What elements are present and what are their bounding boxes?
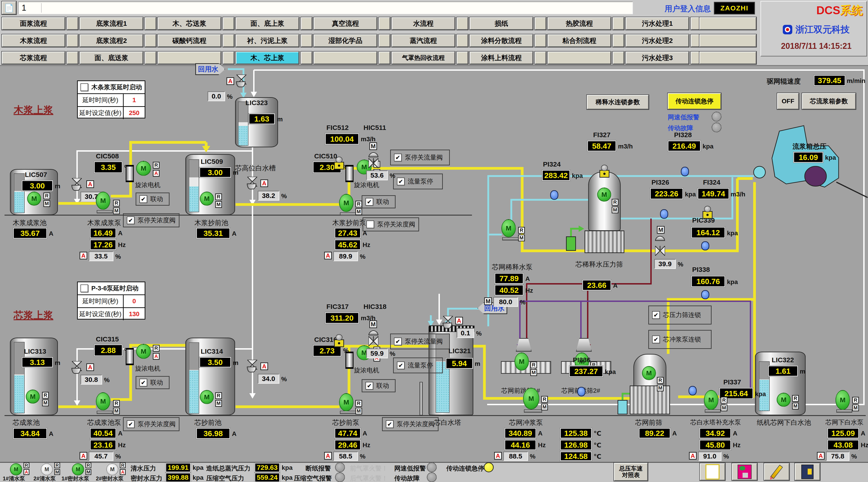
fresh-water-pump-2[interactable]: M (41, 463, 53, 476)
checkbox[interactable]: ✔ (140, 195, 147, 203)
core-flowvalve-checkbox[interactable]: ✔泵停关流量阀 (390, 333, 450, 349)
cic315-output[interactable]: 30.8 (81, 375, 102, 385)
lic313-agitator-motor[interactable]: M (26, 390, 40, 404)
wood-linkage-checkbox-1[interactable]: ✔联动 (135, 193, 169, 206)
checkbox[interactable]: ✔ (366, 198, 373, 206)
delay1-row2-value[interactable]: 250 (124, 107, 145, 119)
pump3-stop-valve-checkbox[interactable]: ✔泵停关浓度阀 (123, 417, 180, 431)
lic322-agitator-motor[interactable]: M (777, 393, 791, 407)
wood-dilution-valve-2[interactable] (247, 177, 257, 187)
drive-interlock-estop-button[interactable]: 传动连锁急停 (668, 93, 721, 109)
delay2-row2-value[interactable]: 130 (124, 308, 145, 320)
headbox-params-button[interactable]: 芯流浆箱参数 (802, 93, 856, 109)
core-flowstop-checkbox[interactable]: ✔流量泵停 (393, 357, 443, 373)
cic510-output[interactable]: 38.2 (258, 191, 279, 201)
dilution-params-button[interactable]: 稀释水连锁参数 (587, 95, 649, 109)
jump1-motor[interactable]: M (515, 353, 529, 371)
unit: A (613, 282, 618, 289)
unit: A (118, 430, 123, 437)
hic318-valve[interactable] (368, 336, 378, 346)
graphics-button[interactable] (732, 463, 757, 480)
wood-pool-pump[interactable]: M (96, 192, 110, 210)
fore-screen-motor[interactable]: M (642, 366, 656, 380)
zaozhi-user-button[interactable]: ZAOZHI (714, 2, 755, 14)
wood-linkage-checkbox-2[interactable]: ✔联动 (362, 195, 396, 208)
lic323-inlet-valve[interactable] (237, 74, 246, 85)
pic339-valve[interactable] (655, 246, 665, 256)
checkbox[interactable]: ✔ (652, 335, 660, 343)
system-menu-button[interactable]: 📄 (2, 1, 16, 14)
off-button[interactable]: OFF (777, 93, 799, 109)
checkbox[interactable]: ✔ (140, 379, 147, 386)
fan-pump[interactable]: M (523, 388, 539, 410)
pic339-output[interactable]: 39.9 (654, 259, 676, 269)
fresh-water-pump-1[interactable]: M (10, 463, 22, 476)
lic314-agitator-motor[interactable]: M (200, 390, 214, 404)
delay1-row1-value[interactable]: 1 (124, 94, 145, 106)
lic322-value: 1.61 (768, 365, 798, 377)
checkbox[interactable]: ✔ (127, 217, 134, 224)
lic507-agitator-motor[interactable]: M (27, 192, 41, 206)
checkbox[interactable]: ✔ (394, 338, 402, 345)
tower-makeup-pump[interactable]: M (704, 390, 718, 410)
checkbox[interactable]: ✔ (397, 178, 405, 185)
pump3-speed-pct[interactable]: 45.7 (89, 451, 114, 461)
hic511-valve[interactable] (368, 158, 378, 168)
lic509-agitator-motor[interactable]: M (200, 192, 214, 206)
screen-interlock-checkbox[interactable]: ✔芯压力筛连锁 (648, 306, 712, 324)
checkbox[interactable]: ✔ (366, 382, 373, 390)
core-linkage-checkbox-2[interactable]: ✔联动 (362, 379, 396, 392)
pct-unit: % (281, 193, 287, 200)
core-spinner-motor-1[interactable]: M (136, 344, 151, 359)
hic511-output[interactable]: 53.6 (366, 170, 388, 180)
core-dilution-valve-2[interactable] (247, 360, 257, 370)
checkbox[interactable]: ✔ (127, 420, 134, 428)
pump7-pct[interactable]: 91.0 (698, 451, 721, 461)
checkbox-unchecked[interactable] (366, 221, 374, 228)
pump2-stop-valve-checkbox[interactable]: 泵停关浓度阀 (363, 217, 419, 231)
hic318-output[interactable]: 59.9 (366, 349, 388, 358)
core-dilution-valve[interactable] (72, 361, 82, 371)
tower-inlet-valve[interactable] (443, 316, 453, 326)
core-fore-pump[interactable]: M (339, 393, 353, 411)
dilution-pump-pct[interactable]: 80.0 (493, 297, 518, 307)
checkbox[interactable]: ✔ (652, 311, 660, 319)
wood-flowstop-checkbox[interactable]: ✔流量泵停 (393, 173, 443, 189)
pump4-stop-valve-checkbox[interactable]: ✔泵停关浓度阀 (382, 417, 438, 431)
pump4-speed-pct[interactable]: 58.5 (333, 451, 358, 461)
checkbox[interactable]: ✔ (394, 154, 402, 161)
pump-interlock-checkbox[interactable]: ✔芯冲浆泵连锁 (648, 330, 712, 349)
checkbox[interactable]: ✔ (397, 361, 405, 369)
fan-pump-pct[interactable]: 88.5 (503, 451, 528, 461)
wood-fore-pump[interactable]: M (339, 194, 353, 212)
pump2-speed-pct[interactable]: 89.9 (333, 251, 358, 261)
headbox-pressure-label: 流浆箱总压 (793, 142, 827, 151)
tower-valve-output[interactable]: 0.1 (457, 328, 474, 338)
wood-spinner-spool-2 (345, 165, 353, 182)
checkbox[interactable]: ✔ (386, 420, 394, 428)
core-pool-pump[interactable]: M (96, 392, 110, 410)
pump1-stop-valve-checkbox[interactable]: ✔泵停关浓度阀 (123, 213, 180, 227)
speed-table-button[interactable]: 总压车速 对照表 (614, 463, 648, 481)
core-linkage-checkbox-1[interactable]: ✔联动 (135, 376, 169, 389)
pump8-pct[interactable]: 75.8 (826, 451, 849, 461)
exit-button[interactable] (795, 463, 820, 480)
pump1-speed-pct[interactable]: 33.5 (89, 251, 114, 261)
seal-water-pump-1[interactable]: M (72, 463, 84, 476)
delay2-row1-value[interactable]: 0 (124, 295, 145, 307)
cic316-output[interactable]: 34.0 (258, 374, 279, 384)
wood-spinner-motor-1[interactable]: M (136, 161, 151, 176)
delay1-checkbox[interactable] (81, 84, 88, 91)
dilution-pump[interactable]: M (501, 219, 516, 237)
underwire-pump[interactable]: M (835, 390, 850, 410)
seal-water-pump-2[interactable]: M (106, 463, 119, 476)
lic323-valve-output[interactable]: 0.0 (208, 91, 225, 101)
wood-dilution-valve[interactable] (72, 178, 82, 188)
delay2-checkbox[interactable] (81, 285, 88, 292)
dilution-screen-motor[interactable]: M (597, 188, 611, 201)
page-number-input[interactable]: 1 (18, 2, 633, 14)
report-button[interactable] (700, 463, 725, 480)
edit-button[interactable] (764, 463, 789, 480)
net-speed-alarm2-lamp (427, 462, 437, 472)
wood-flowvalve-checkbox[interactable]: ✔泵停关流量阀 (390, 150, 450, 165)
